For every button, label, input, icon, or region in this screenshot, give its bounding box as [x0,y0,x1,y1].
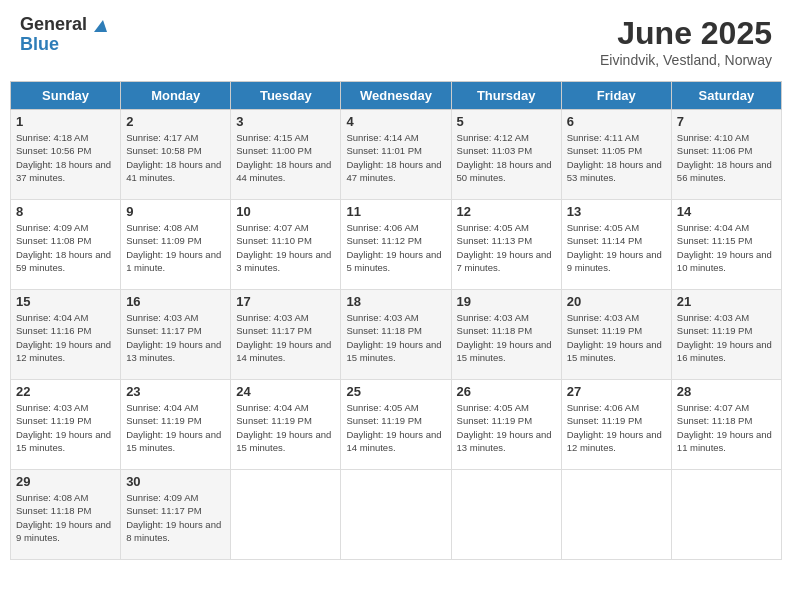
day-info: Sunrise: 4:03 AMSunset: 11:17 PMDaylight… [236,311,335,364]
day-number: 11 [346,204,445,219]
header-wednesday: Wednesday [341,82,451,110]
day-info: Sunrise: 4:07 AMSunset: 11:10 PMDaylight… [236,221,335,274]
logo: General Blue [20,15,107,55]
day-number: 8 [16,204,115,219]
header-monday: Monday [121,82,231,110]
day-info: Sunrise: 4:04 AMSunset: 11:19 PMDaylight… [236,401,335,454]
calendar-cell: 9Sunrise: 4:08 AMSunset: 11:09 PMDayligh… [121,200,231,290]
calendar-cell [561,470,671,560]
day-info: Sunrise: 4:05 AMSunset: 11:19 PMDaylight… [346,401,445,454]
day-info: Sunrise: 4:12 AMSunset: 11:03 PMDaylight… [457,131,556,184]
day-info: Sunrise: 4:07 AMSunset: 11:18 PMDaylight… [677,401,776,454]
calendar-cell: 8Sunrise: 4:09 AMSunset: 11:08 PMDayligh… [11,200,121,290]
logo-icon [89,18,107,34]
day-info: Sunrise: 4:06 AMSunset: 11:19 PMDaylight… [567,401,666,454]
calendar-cell [451,470,561,560]
header-tuesday: Tuesday [231,82,341,110]
day-info: Sunrise: 4:04 AMSunset: 11:19 PMDaylight… [126,401,225,454]
day-info: Sunrise: 4:03 AMSunset: 11:18 PMDaylight… [346,311,445,364]
day-number: 30 [126,474,225,489]
title-section: June 2025 Eivindvik, Vestland, Norway [600,15,772,68]
day-number: 15 [16,294,115,309]
day-number: 13 [567,204,666,219]
calendar-cell: 18Sunrise: 4:03 AMSunset: 11:18 PMDaylig… [341,290,451,380]
logo-blue-text: Blue [20,35,59,55]
calendar-cell: 4Sunrise: 4:14 AMSunset: 11:01 PMDayligh… [341,110,451,200]
calendar-cell: 27Sunrise: 4:06 AMSunset: 11:19 PMDaylig… [561,380,671,470]
day-number: 9 [126,204,225,219]
calendar-cell: 14Sunrise: 4:04 AMSunset: 11:15 PMDaylig… [671,200,781,290]
week-row-3: 15Sunrise: 4:04 AMSunset: 11:16 PMDaylig… [11,290,782,380]
day-number: 29 [16,474,115,489]
day-info: Sunrise: 4:15 AMSunset: 11:00 PMDaylight… [236,131,335,184]
calendar-cell: 17Sunrise: 4:03 AMSunset: 11:17 PMDaylig… [231,290,341,380]
calendar-cell: 6Sunrise: 4:11 AMSunset: 11:05 PMDayligh… [561,110,671,200]
day-number: 27 [567,384,666,399]
calendar-table: SundayMondayTuesdayWednesdayThursdayFrid… [10,81,782,560]
day-number: 16 [126,294,225,309]
day-info: Sunrise: 4:09 AMSunset: 11:17 PMDaylight… [126,491,225,544]
calendar-cell: 11Sunrise: 4:06 AMSunset: 11:12 PMDaylig… [341,200,451,290]
day-number: 19 [457,294,556,309]
day-number: 4 [346,114,445,129]
day-info: Sunrise: 4:03 AMSunset: 11:19 PMDaylight… [16,401,115,454]
day-info: Sunrise: 4:14 AMSunset: 11:01 PMDaylight… [346,131,445,184]
day-number: 14 [677,204,776,219]
day-info: Sunrise: 4:10 AMSunset: 11:06 PMDaylight… [677,131,776,184]
header-friday: Friday [561,82,671,110]
calendar-cell: 7Sunrise: 4:10 AMSunset: 11:06 PMDayligh… [671,110,781,200]
day-number: 18 [346,294,445,309]
svg-marker-0 [94,20,107,32]
calendar-cell: 5Sunrise: 4:12 AMSunset: 11:03 PMDayligh… [451,110,561,200]
page-header: General Blue June 2025 Eivindvik, Vestla… [10,10,782,73]
day-info: Sunrise: 4:05 AMSunset: 11:19 PMDaylight… [457,401,556,454]
day-number: 1 [16,114,115,129]
day-number: 20 [567,294,666,309]
day-number: 5 [457,114,556,129]
day-info: Sunrise: 4:09 AMSunset: 11:08 PMDaylight… [16,221,115,274]
calendar-cell [341,470,451,560]
day-info: Sunrise: 4:03 AMSunset: 11:19 PMDaylight… [567,311,666,364]
calendar-cell: 12Sunrise: 4:05 AMSunset: 11:13 PMDaylig… [451,200,561,290]
calendar-cell: 19Sunrise: 4:03 AMSunset: 11:18 PMDaylig… [451,290,561,380]
calendar-cell: 10Sunrise: 4:07 AMSunset: 11:10 PMDaylig… [231,200,341,290]
calendar-cell: 2Sunrise: 4:17 AMSunset: 10:58 PMDayligh… [121,110,231,200]
header-thursday: Thursday [451,82,561,110]
day-info: Sunrise: 4:18 AMSunset: 10:56 PMDaylight… [16,131,115,184]
calendar-cell: 23Sunrise: 4:04 AMSunset: 11:19 PMDaylig… [121,380,231,470]
day-info: Sunrise: 4:08 AMSunset: 11:09 PMDaylight… [126,221,225,274]
day-info: Sunrise: 4:11 AMSunset: 11:05 PMDaylight… [567,131,666,184]
day-number: 28 [677,384,776,399]
day-number: 21 [677,294,776,309]
calendar-cell: 22Sunrise: 4:03 AMSunset: 11:19 PMDaylig… [11,380,121,470]
week-row-4: 22Sunrise: 4:03 AMSunset: 11:19 PMDaylig… [11,380,782,470]
day-number: 7 [677,114,776,129]
day-info: Sunrise: 4:03 AMSunset: 11:17 PMDaylight… [126,311,225,364]
day-info: Sunrise: 4:05 AMSunset: 11:13 PMDaylight… [457,221,556,274]
calendar-cell: 20Sunrise: 4:03 AMSunset: 11:19 PMDaylig… [561,290,671,380]
calendar-cell: 25Sunrise: 4:05 AMSunset: 11:19 PMDaylig… [341,380,451,470]
week-row-5: 29Sunrise: 4:08 AMSunset: 11:18 PMDaylig… [11,470,782,560]
calendar-cell: 3Sunrise: 4:15 AMSunset: 11:00 PMDayligh… [231,110,341,200]
calendar-title: June 2025 [600,15,772,52]
day-number: 6 [567,114,666,129]
logo-general-text: General [20,15,87,35]
week-row-2: 8Sunrise: 4:09 AMSunset: 11:08 PMDayligh… [11,200,782,290]
header-row: SundayMondayTuesdayWednesdayThursdayFrid… [11,82,782,110]
calendar-cell: 29Sunrise: 4:08 AMSunset: 11:18 PMDaylig… [11,470,121,560]
day-number: 2 [126,114,225,129]
calendar-cell: 28Sunrise: 4:07 AMSunset: 11:18 PMDaylig… [671,380,781,470]
day-info: Sunrise: 4:03 AMSunset: 11:18 PMDaylight… [457,311,556,364]
day-info: Sunrise: 4:06 AMSunset: 11:12 PMDaylight… [346,221,445,274]
day-info: Sunrise: 4:04 AMSunset: 11:15 PMDaylight… [677,221,776,274]
calendar-cell: 21Sunrise: 4:03 AMSunset: 11:19 PMDaylig… [671,290,781,380]
day-number: 22 [16,384,115,399]
header-saturday: Saturday [671,82,781,110]
calendar-cell [231,470,341,560]
calendar-cell: 26Sunrise: 4:05 AMSunset: 11:19 PMDaylig… [451,380,561,470]
header-sunday: Sunday [11,82,121,110]
day-info: Sunrise: 4:08 AMSunset: 11:18 PMDaylight… [16,491,115,544]
calendar-cell [671,470,781,560]
calendar-cell: 16Sunrise: 4:03 AMSunset: 11:17 PMDaylig… [121,290,231,380]
day-number: 25 [346,384,445,399]
